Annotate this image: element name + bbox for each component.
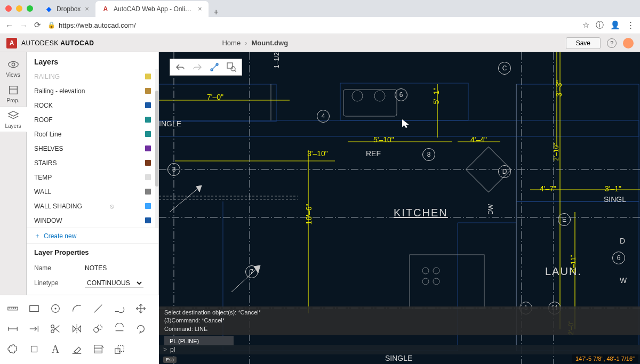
layer-row[interactable]: Railing - elevation bbox=[27, 84, 158, 98]
maximize-window-icon[interactable] bbox=[27, 5, 33, 12]
cmd-log-line: Select destination object(s): *Cancel* bbox=[164, 309, 635, 317]
layer-color-swatch[interactable] bbox=[145, 174, 151, 180]
svg-point-1 bbox=[12, 63, 15, 66]
layer-color-swatch[interactable] bbox=[145, 117, 151, 123]
undo-button[interactable] bbox=[173, 61, 187, 74]
tool-dimension[interactable] bbox=[2, 319, 23, 339]
layer-color-swatch[interactable] bbox=[145, 145, 151, 151]
tool-rotate[interactable] bbox=[130, 319, 151, 339]
label-single-right: SINGL bbox=[604, 195, 626, 204]
layer-row[interactable]: ROOF bbox=[27, 112, 158, 127]
layer-row[interactable]: TEMP bbox=[27, 170, 158, 184]
tool-copy[interactable] bbox=[87, 319, 109, 339]
tool-polyline[interactable] bbox=[109, 298, 130, 319]
command-input[interactable] bbox=[170, 346, 277, 353]
layer-name: WINDOW bbox=[34, 217, 62, 224]
tool-move[interactable] bbox=[130, 298, 151, 319]
layer-row[interactable]: STAIRS bbox=[27, 156, 158, 170]
layer-row[interactable]: WINDOW bbox=[27, 213, 158, 228]
redo-button[interactable] bbox=[190, 61, 204, 74]
canvas-area[interactable]: KITCHEN LAUN. INGLE SINGLE SINGL REF DW … bbox=[159, 52, 640, 364]
tool-measure[interactable] bbox=[2, 298, 23, 319]
svg-point-17 bbox=[422, 278, 429, 285]
layer-color-swatch[interactable] bbox=[145, 102, 151, 108]
layer-color-swatch[interactable] bbox=[145, 88, 151, 94]
tool-line[interactable] bbox=[87, 298, 109, 319]
visibility-off-icon[interactable]: ⦸ bbox=[110, 203, 114, 210]
autocad-logo-icon: A bbox=[6, 38, 17, 48]
close-tab-icon[interactable]: × bbox=[198, 5, 202, 13]
create-new-layer[interactable]: ＋ Create new bbox=[27, 228, 158, 244]
tool-explode[interactable] bbox=[23, 339, 45, 359]
esc-key[interactable]: Esc bbox=[163, 357, 177, 363]
layer-properties-title: Layer Properties bbox=[34, 248, 151, 261]
layer-color-swatch[interactable] bbox=[145, 189, 151, 195]
zoom-window-button[interactable] bbox=[225, 61, 238, 74]
layer-color-swatch[interactable] bbox=[145, 160, 151, 166]
tab-autocad[interactable]: A AutoCAD Web App - Online CA × bbox=[95, 1, 209, 17]
close-tab-icon[interactable]: × bbox=[85, 5, 89, 13]
tool-mirror[interactable] bbox=[66, 319, 87, 339]
tab-label: AutoCAD Web App - Online CA bbox=[114, 5, 194, 13]
brand-strong: AUTOCAD bbox=[59, 39, 94, 47]
tool-text[interactable]: A bbox=[45, 339, 66, 359]
reload-button[interactable]: ⟳ bbox=[34, 20, 41, 30]
dim-4-4: 4'–4" bbox=[470, 135, 487, 144]
rail-views[interactable]: Views bbox=[0, 55, 27, 81]
layer-color-swatch[interactable] bbox=[145, 74, 151, 79]
layer-row[interactable]: RAILING bbox=[27, 69, 158, 84]
tool-trim[interactable] bbox=[45, 319, 66, 339]
tool-scale[interactable] bbox=[109, 339, 130, 359]
breadcrumb-file[interactable]: Mount.dwg bbox=[252, 39, 289, 47]
bookmark-star-icon[interactable]: ☆ bbox=[582, 20, 589, 30]
tool-rectangle[interactable] bbox=[23, 298, 45, 319]
tab-dropbox[interactable]: ◆ Dropbox × bbox=[38, 1, 95, 17]
scrollbar-thumb[interactable] bbox=[155, 91, 158, 187]
new-tab-button[interactable]: + bbox=[209, 7, 224, 17]
tool-revcloud[interactable] bbox=[2, 339, 23, 359]
prop-linetype-label: Linetype bbox=[34, 279, 85, 287]
tool-offset[interactable] bbox=[109, 319, 130, 339]
select-window-button[interactable] bbox=[207, 61, 221, 74]
tool-extend[interactable] bbox=[23, 319, 45, 339]
tool-arc[interactable] bbox=[66, 298, 87, 319]
prop-name-value[interactable]: NOTES bbox=[85, 264, 107, 272]
help-icon[interactable]: ? bbox=[607, 38, 617, 48]
rail-properties[interactable]: Prop. bbox=[0, 81, 27, 107]
command-input-row[interactable]: > bbox=[159, 345, 640, 354]
layer-name: STAIRS bbox=[34, 159, 57, 167]
rail-layers[interactable]: Layers bbox=[0, 107, 27, 132]
layer-list[interactable]: RAILINGRailing - elevationROCKROOFRoof L… bbox=[27, 69, 158, 228]
address-bar[interactable]: 🔒 https://web.autocad.com/ bbox=[47, 21, 136, 29]
svg-line-48 bbox=[211, 63, 218, 71]
tool-hatch[interactable] bbox=[87, 339, 109, 359]
layer-row[interactable]: ROCK bbox=[27, 98, 158, 112]
user-avatar[interactable] bbox=[623, 38, 634, 48]
layer-name: TEMP bbox=[34, 174, 52, 181]
forward-button[interactable]: → bbox=[20, 21, 28, 30]
breadcrumb-home[interactable]: Home bbox=[222, 39, 241, 47]
browser-menu-icon[interactable]: ⋮ bbox=[627, 20, 635, 30]
scrollbar-track[interactable] bbox=[155, 69, 158, 228]
section-node-4: 4 bbox=[317, 110, 330, 123]
layer-color-swatch[interactable] bbox=[145, 131, 151, 137]
layer-row[interactable]: Roof Line bbox=[27, 127, 158, 141]
svg-rect-11 bbox=[516, 84, 639, 201]
close-window-icon[interactable] bbox=[5, 5, 12, 12]
svg-rect-7 bbox=[159, 120, 639, 136]
back-button[interactable]: ← bbox=[5, 21, 13, 30]
layer-color-swatch[interactable] bbox=[145, 217, 151, 223]
tool-circle[interactable] bbox=[45, 298, 66, 319]
tool-erase[interactable] bbox=[66, 339, 87, 359]
layer-color-swatch[interactable] bbox=[145, 203, 151, 209]
save-button[interactable]: Save bbox=[566, 37, 601, 49]
prop-linetype-select[interactable]: CONTINUOUS bbox=[85, 279, 143, 288]
minimize-window-icon[interactable] bbox=[16, 5, 22, 12]
layer-row[interactable]: SHELVES bbox=[27, 141, 158, 156]
tab-label: Dropbox bbox=[57, 5, 81, 13]
site-info-icon[interactable]: ⓘ bbox=[596, 20, 604, 30]
profile-icon[interactable]: 👤 bbox=[610, 20, 620, 30]
layer-row[interactable]: WALL bbox=[27, 184, 158, 199]
layer-row[interactable]: WALL SHADING⦸ bbox=[27, 199, 158, 213]
svg-rect-59 bbox=[30, 306, 39, 312]
